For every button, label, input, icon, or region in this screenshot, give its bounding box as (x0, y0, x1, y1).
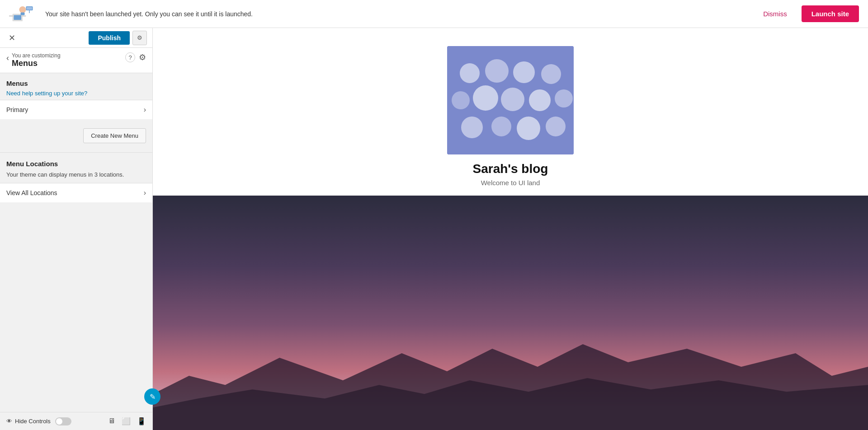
sidebar-top-bar: ✕ Publish ⚙ (0, 28, 152, 48)
hide-controls-label: 👁 Hide Controls (6, 418, 51, 425)
svg-point-4 (19, 6, 26, 13)
primary-menu-label: Primary (6, 106, 28, 113)
create-menu-button[interactable]: Create New Menu (83, 128, 146, 143)
svg-point-15 (473, 85, 498, 111)
mountains-svg (153, 340, 868, 430)
customize-gear-icon: ⚙ (139, 53, 146, 62)
sidebar-content: Menus Need help setting up your site? Pr… (0, 73, 152, 412)
customizing-header: ‹ You are customizing Menus ? ⚙ (0, 48, 152, 73)
publish-button[interactable]: Publish (89, 31, 130, 45)
sidebar-bottom: 👁 Hide Controls 🖥 ⬜ 📱 (0, 412, 152, 430)
blog-subtitle: Welcome to UI land (481, 179, 540, 187)
hide-controls-text: Hide Controls (15, 418, 51, 425)
view-locations-chevron-icon: › (144, 189, 146, 197)
dismiss-button[interactable]: Dismiss (758, 7, 793, 20)
create-menu-area: Create New Menu (0, 119, 152, 152)
help-icon: ? (128, 54, 132, 61)
preview-area: Sarah's blog Welcome to UI land (153, 28, 868, 430)
view-locations-label: View All Locations (6, 189, 57, 196)
menu-locations-desc: Your theme can display menus in 3 locati… (6, 170, 146, 179)
settings-button[interactable]: ⚙ (132, 31, 147, 45)
tablet-icon[interactable]: ⬜ (122, 417, 131, 425)
svg-point-14 (452, 91, 470, 109)
back-icon: ‹ (6, 53, 9, 62)
notification-illustration (9, 4, 36, 24)
svg-rect-2 (9, 15, 13, 16)
blog-hero (153, 196, 868, 430)
pencil-icon: ✎ (150, 393, 156, 401)
blog-logo (447, 46, 574, 154)
svg-point-16 (501, 88, 524, 111)
svg-point-17 (529, 89, 551, 111)
help-link[interactable]: Need help setting up your site? (6, 90, 87, 97)
svg-point-10 (460, 63, 480, 83)
menus-heading: Menus (6, 79, 146, 87)
notification-text: Your site hasn't been launched yet. Only… (45, 10, 253, 18)
desktop-icon[interactable]: 🖥 (108, 417, 115, 425)
mobile-icon[interactable]: 📱 (137, 417, 146, 425)
svg-point-11 (485, 59, 509, 83)
menu-locations-heading: Menu Locations (6, 160, 146, 168)
customizing-label: You are customizing (12, 52, 61, 59)
svg-point-13 (541, 64, 561, 84)
svg-rect-5 (21, 13, 25, 15)
eye-icon: 👁 (6, 418, 12, 425)
primary-chevron-icon: › (144, 106, 146, 114)
main-layout: ✕ Publish ⚙ ‹ You are customizing Menus (0, 28, 868, 430)
customize-gear-button[interactable]: ⚙ (139, 52, 146, 62)
back-area: ‹ You are customizing Menus (6, 52, 61, 68)
blog-preview: Sarah's blog Welcome to UI land (153, 28, 868, 430)
launch-site-button[interactable]: Launch site (802, 5, 859, 22)
gear-icon: ⚙ (137, 34, 142, 41)
close-button[interactable]: ✕ (5, 32, 18, 44)
sidebar-title: Menus (12, 59, 61, 68)
menus-section: Menus Need help setting up your site? (0, 73, 152, 100)
svg-point-21 (517, 117, 540, 140)
hide-controls-toggle[interactable] (55, 417, 71, 425)
edit-fab-button[interactable]: ✎ (144, 388, 160, 405)
menu-locations-section: Menu Locations Your theme can display me… (0, 153, 152, 183)
svg-point-19 (461, 117, 483, 138)
notification-bar: Your site hasn't been launched yet. Only… (0, 0, 868, 28)
sidebar: ✕ Publish ⚙ ‹ You are customizing Menus (0, 28, 153, 430)
blog-title: Sarah's blog (473, 162, 548, 176)
help-button[interactable]: ? (125, 52, 135, 62)
svg-point-22 (546, 117, 566, 136)
svg-rect-7 (27, 7, 32, 10)
blog-logo-circles (447, 46, 574, 154)
svg-rect-1 (14, 15, 22, 20)
view-locations-item[interactable]: View All Locations › (0, 183, 152, 202)
svg-point-12 (513, 61, 535, 83)
svg-point-20 (491, 117, 511, 136)
device-icons: 🖥 ⬜ 📱 (108, 417, 146, 425)
back-button[interactable]: ‹ (6, 53, 9, 63)
publish-area: Publish ⚙ (89, 31, 147, 45)
primary-menu-item[interactable]: Primary › (0, 100, 152, 119)
close-icon: ✕ (9, 33, 15, 43)
svg-rect-3 (22, 15, 26, 16)
customizing-label-group: You are customizing Menus (12, 52, 61, 68)
blog-header: Sarah's blog Welcome to UI land (153, 28, 868, 196)
svg-point-18 (555, 89, 573, 108)
